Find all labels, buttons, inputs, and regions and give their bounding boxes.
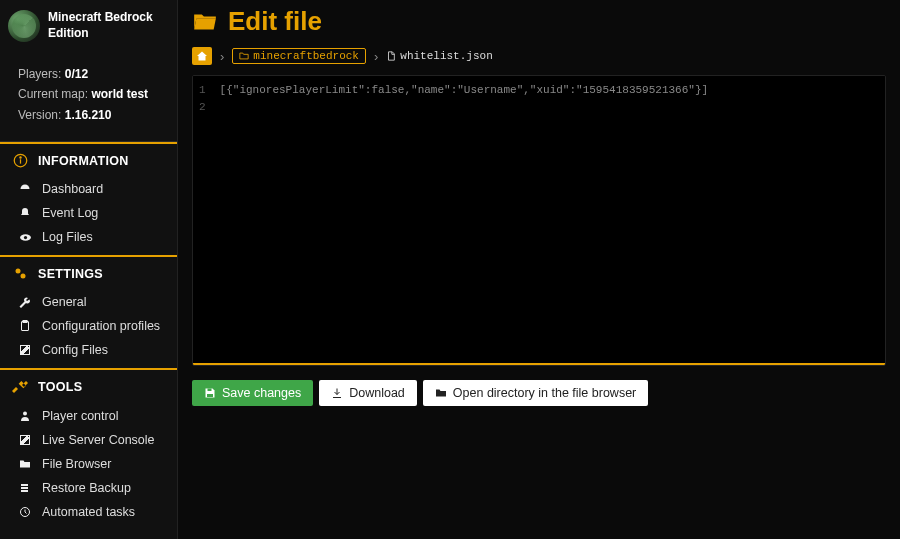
breadcrumb-file: whitelist.json	[386, 50, 492, 62]
sidebar-item-logfiles[interactable]: Log Files	[0, 225, 177, 249]
tools-icon	[12, 379, 28, 395]
breadcrumb: › minecraftbedrock › whitelist.json	[192, 47, 886, 65]
save-button-label: Save changes	[222, 386, 301, 400]
breadcrumb-home[interactable]	[192, 47, 212, 65]
map-value: world test	[91, 87, 148, 101]
edit-icon	[18, 434, 32, 446]
sidebar-item-automatedtasks[interactable]: Automated tasks	[0, 500, 177, 524]
clock-icon	[18, 506, 32, 518]
clipboard-icon	[18, 320, 32, 332]
breadcrumb-folder-label: minecraftbedrock	[253, 50, 359, 62]
page-title: Edit file	[192, 4, 886, 43]
nav-section-settings: SETTINGS General Configuration profiles …	[0, 255, 177, 368]
sidebar-item-eventlog[interactable]: Event Log	[0, 201, 177, 225]
sidebar-item-configprofiles[interactable]: Configuration profiles	[0, 314, 177, 338]
players-value: 0/12	[65, 67, 88, 81]
info-icon	[12, 153, 28, 168]
restore-icon	[18, 482, 32, 494]
download-button-label: Download	[349, 386, 405, 400]
server-logo	[8, 10, 40, 42]
svg-point-10	[23, 412, 27, 416]
sidebar-item-label: Live Server Console	[42, 433, 155, 447]
code-line: [{"ignoresPlayerLimit":false,"name":"Use…	[220, 82, 708, 99]
editor-code[interactable]: [{"ignoresPlayerLimit":false,"name":"Use…	[212, 76, 716, 363]
sidebar-item-label: Config Files	[42, 343, 108, 357]
chevron-right-icon: ›	[374, 49, 378, 64]
sidebar-item-dashboard[interactable]: Dashboard	[0, 177, 177, 201]
save-icon	[204, 387, 216, 399]
dashboard-icon	[18, 183, 32, 195]
nav-header-label: INFORMATION	[38, 154, 129, 168]
map-label: Current map:	[18, 87, 88, 101]
main: Edit file › minecraftbedrock › whitelist…	[178, 0, 900, 539]
nav-header-information[interactable]: INFORMATION	[0, 144, 177, 177]
version-value: 1.16.210	[65, 108, 112, 122]
wrench-icon	[18, 296, 32, 308]
nav-section-tools: TOOLS Player control Live Server Console…	[0, 368, 177, 530]
sidebar-item-filebrowser[interactable]: File Browser	[0, 452, 177, 476]
svg-point-6	[20, 274, 25, 279]
server-title: Minecraft Bedrock Edition	[48, 10, 169, 41]
nav-header-settings[interactable]: SETTINGS	[0, 257, 177, 290]
sidebar-item-configfiles[interactable]: Config Files	[0, 338, 177, 362]
open-directory-button-label: Open directory in the file browser	[453, 386, 636, 400]
server-stats: Players: 0/12 Current map: world test Ve…	[0, 60, 177, 142]
editor-accent-line	[193, 363, 885, 365]
edit-icon	[18, 344, 32, 356]
svg-rect-14	[208, 389, 212, 392]
sidebar-item-restorebackup[interactable]: Restore Backup	[0, 476, 177, 500]
sidebar-item-general[interactable]: General	[0, 290, 177, 314]
sidebar-item-label: Configuration profiles	[42, 319, 160, 333]
page-title-text: Edit file	[228, 6, 322, 37]
sidebar-item-label: Automated tasks	[42, 505, 135, 519]
players-label: Players:	[18, 67, 61, 81]
gears-icon	[12, 266, 28, 281]
svg-rect-8	[23, 321, 27, 323]
sidebar-item-label: Log Files	[42, 230, 93, 244]
svg-rect-13	[207, 394, 213, 397]
sidebar-item-label: Restore Backup	[42, 481, 131, 495]
nav-header-tools[interactable]: TOOLS	[0, 370, 177, 404]
version-label: Version:	[18, 108, 61, 122]
server-header: Minecraft Bedrock Edition	[0, 0, 177, 60]
download-icon	[331, 387, 343, 399]
sidebar-item-label: Dashboard	[42, 182, 103, 196]
open-directory-button[interactable]: Open directory in the file browser	[423, 380, 648, 406]
save-button[interactable]: Save changes	[192, 380, 313, 406]
folder-icon	[18, 458, 32, 470]
nav-header-label: SETTINGS	[38, 267, 103, 281]
code-editor[interactable]: 12 [{"ignoresPlayerLimit":false,"name":"…	[193, 76, 885, 363]
download-button[interactable]: Download	[319, 380, 417, 406]
sidebar-item-label: Event Log	[42, 206, 98, 220]
svg-point-5	[15, 269, 20, 274]
user-icon	[18, 410, 32, 422]
breadcrumb-folder[interactable]: minecraftbedrock	[232, 48, 366, 64]
sidebar-item-label: Player control	[42, 409, 118, 423]
sidebar: Minecraft Bedrock Edition Players: 0/12 …	[0, 0, 178, 539]
sidebar-item-label: General	[42, 295, 86, 309]
sidebar-item-console[interactable]: Live Server Console	[0, 428, 177, 452]
svg-point-2	[19, 157, 20, 158]
editor-panel: 12 [{"ignoresPlayerLimit":false,"name":"…	[192, 75, 886, 366]
eye-icon	[18, 231, 32, 244]
folder-open-icon	[192, 9, 218, 35]
nav-section-information: INFORMATION Dashboard Event Log Log File…	[0, 142, 177, 255]
nav-header-label: TOOLS	[38, 380, 82, 394]
editor-gutter: 12	[193, 76, 212, 363]
button-row: Save changes Download Open directory in …	[192, 380, 886, 406]
sidebar-item-label: File Browser	[42, 457, 111, 471]
breadcrumb-file-label: whitelist.json	[400, 50, 492, 62]
folder-icon	[435, 387, 447, 399]
sidebar-item-playercontrol[interactable]: Player control	[0, 404, 177, 428]
chevron-right-icon: ›	[220, 49, 224, 64]
bell-icon	[18, 207, 32, 219]
svg-point-4	[23, 236, 26, 239]
